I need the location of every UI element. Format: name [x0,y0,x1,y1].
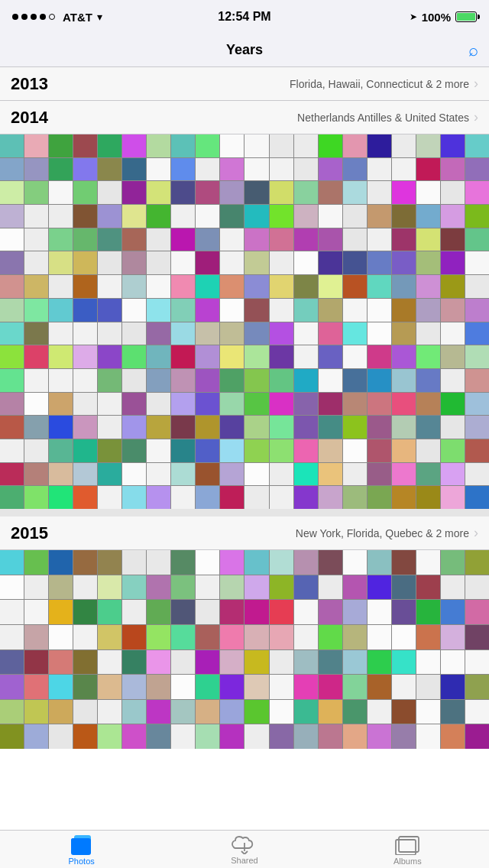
mosaic-cell [196,439,219,462]
mosaic-cell [73,675,97,699]
year-row-2014[interactable]: 2014 Netherlands Antilles & United State… [0,101,489,134]
mosaic-cell [49,650,73,675]
mosaic-cell [122,299,146,322]
mosaic-cell [319,251,342,274]
mosaic-cell [98,299,121,322]
mosaic-cell [465,322,489,345]
mosaic-cell [465,251,489,274]
mosaic-cell [98,275,121,298]
mosaic-cell [196,600,219,624]
mosaic-cell [171,550,195,575]
mosaic-cell [196,228,219,251]
mosaic-cell [343,134,367,157]
mosaic-cell [0,205,24,228]
mosaic-cell [368,575,391,600]
mosaic-cell [171,439,195,462]
mosaic-cell [465,575,489,600]
photo-mosaic-2015[interactable] [0,550,489,749]
mosaic-cell [392,600,416,624]
mosaic-cell [441,575,465,600]
mosaic-cell [244,345,268,368]
mosaic-cell [122,369,146,392]
battery-icon [455,11,477,22]
mosaic-cell [171,625,195,649]
mosaic-cell [98,228,121,251]
mosaic-cell [147,275,170,298]
mosaic-cell [343,486,367,509]
mosaic-cell [368,439,391,462]
mosaic-cell [196,345,219,368]
mosaic-cell [294,393,318,416]
mosaic-cell [122,700,146,724]
mosaic-cell [122,275,146,298]
mosaic-cell [368,486,391,509]
mosaic-cell [0,181,24,204]
mosaic-cell [244,600,268,624]
signal-dot-2 [21,14,28,20]
mosaic-cell [122,393,146,416]
mosaic-cell [441,416,465,439]
mosaic-cell [270,575,293,600]
mosaic-cell [294,228,318,251]
mosaic-cell [416,299,440,322]
mosaic-cell [343,345,367,368]
mosaic-cell [147,205,170,228]
mosaic-cell [465,675,489,699]
tab-photos[interactable]: Photos [0,834,163,866]
mosaic-cell [147,439,170,462]
mosaic-cell [49,600,73,624]
mosaic-cell [171,251,195,274]
mosaic-cell [244,463,268,486]
mosaic-cell [392,439,416,462]
mosaic-cell [220,550,244,575]
mosaic-cell [73,650,97,675]
mosaic-cell [368,158,391,181]
mosaic-cell [343,393,367,416]
mosaic-cell [98,158,121,181]
mosaic-cell [270,439,293,462]
mosaic-cell [270,322,293,345]
chevron-right-icon-2013: › [474,76,478,92]
mosaic-cell [196,134,219,157]
mosaic-cell [0,675,24,699]
mosaic-cell [343,181,367,204]
mosaic-cell [171,463,195,486]
mosaic-cell [147,463,170,486]
mosaic-cell [270,299,293,322]
mosaic-cell [343,205,367,228]
mosaic-cell [416,181,440,204]
mosaic-cell [392,251,416,274]
mosaic-cell [171,345,195,368]
mosaic-cell [392,134,416,157]
mosaic-cell [0,369,24,392]
search-button[interactable]: ⌕ [468,40,478,60]
mosaic-cell [220,322,244,345]
mosaic-cell [441,134,465,157]
mosaic-cell [416,251,440,274]
mosaic-cell [441,463,465,486]
year-row-2015[interactable]: 2015 New York, Florida, Quebec & 2 more … [0,517,489,550]
year-row-2013[interactable]: 2013 Florida, Hawaii, Connecticut & 2 mo… [0,67,489,101]
mosaic-cell [122,439,146,462]
mosaic-cell [122,416,146,439]
tab-albums[interactable]: Albums [326,834,489,866]
mosaic-cell [416,322,440,345]
mosaic-cell [24,416,48,439]
tab-shared[interactable]: Shared [163,834,325,865]
mosaic-cell [196,251,219,274]
mosaic-cell [392,625,416,649]
mosaic-cell [270,700,293,724]
mosaic-cell [49,575,73,600]
mosaic-cell [49,205,73,228]
mosaic-cell [294,675,318,699]
mosaic-cell [24,275,48,298]
photo-mosaic-2014[interactable] [0,134,489,509]
mosaic-cell [343,299,367,322]
mosaic-cell [441,275,465,298]
mosaic-cell [147,550,170,575]
mosaic-cell [244,205,268,228]
wifi-icon: ▾ [97,11,102,23]
mosaic-cell [24,550,48,575]
mosaic-cell [147,393,170,416]
mosaic-cell [319,393,342,416]
